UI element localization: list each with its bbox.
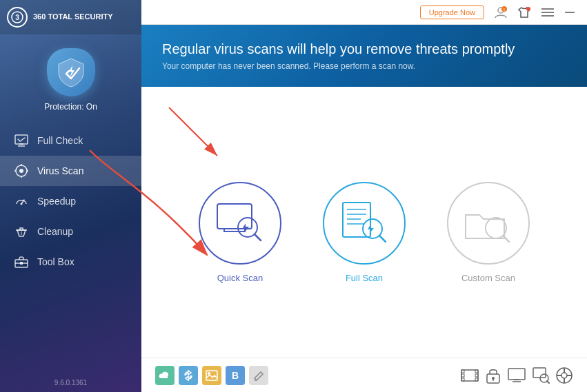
edit-bottom-icon[interactable]	[249, 366, 268, 385]
speedup-icon	[14, 194, 29, 209]
banner-title: Regular virus scans will help you remove…	[162, 41, 566, 57]
computer-icon[interactable]	[507, 367, 526, 384]
full-scan-option[interactable]: Full Scan	[323, 182, 406, 283]
svg-text:3: 3	[15, 14, 19, 21]
bottom-icons-left: B	[155, 366, 268, 385]
sidebar-item-speedup[interactable]: Speedup	[0, 186, 141, 216]
bottom-icons-right	[460, 367, 573, 384]
protection-area: Protection: On	[44, 34, 97, 122]
logo-area: 3 360 TOTAL SECURITY	[0, 0, 141, 34]
sync-bottom-icon[interactable]	[179, 366, 198, 385]
logo-text: 360 TOTAL SECURITY	[33, 12, 113, 21]
svg-rect-56	[508, 369, 525, 380]
bottom-bar: B	[141, 358, 587, 392]
hazard-icon[interactable]	[555, 367, 573, 384]
bold-bottom-icon[interactable]: B	[226, 366, 245, 385]
svg-rect-42	[206, 371, 217, 380]
svg-line-61	[547, 381, 549, 383]
film-icon[interactable]	[460, 367, 479, 384]
logo-circle: 3	[7, 7, 28, 28]
user-icon[interactable]: !	[493, 4, 509, 21]
speedup-label: Speedup	[37, 196, 76, 207]
cleanup-icon	[14, 224, 29, 239]
sidebar-item-virus-scan[interactable]: Virus Scan	[0, 156, 141, 186]
custom-scan-option[interactable]: Custom Scan	[447, 182, 530, 283]
svg-point-10	[19, 169, 23, 173]
shirt-icon[interactable]	[516, 4, 533, 21]
full-check-label: Full Check	[37, 135, 83, 146]
sidebar-item-full-check[interactable]: Full Check	[0, 125, 141, 156]
virus-scan-label: Virus Scan	[37, 165, 83, 176]
full-check-icon	[14, 133, 29, 148]
cleanup-label: Cleanup	[37, 226, 73, 237]
minimize-icon[interactable]	[563, 6, 577, 19]
svg-point-21	[526, 7, 530, 11]
image-bottom-icon[interactable]	[202, 366, 221, 385]
menu-icon[interactable]	[539, 4, 556, 21]
lock-icon[interactable]	[485, 367, 501, 384]
sidebar-item-cleanup[interactable]: Cleanup	[0, 216, 141, 247]
sidebar-item-tool-box[interactable]: Tool Box	[0, 247, 141, 277]
sidebar: 3 360 TOTAL SECURITY Protection: On	[0, 0, 141, 392]
upgrade-button[interactable]: Upgrade Now	[420, 6, 484, 19]
scan-area: Quick Scan	[141, 87, 587, 392]
version-label: 9.6.0.1361	[54, 379, 87, 386]
scan-options: Quick Scan	[199, 182, 530, 283]
svg-line-30	[255, 234, 261, 240]
protection-label: Protection: On	[44, 102, 97, 112]
svg-point-54	[492, 377, 495, 380]
shield-icon	[47, 48, 95, 96]
svg-point-12	[21, 203, 23, 205]
custom-scan-label: Custom Scan	[461, 273, 515, 283]
svg-rect-26	[217, 204, 252, 229]
banner-subtitle: Your computer has never been scanned. Pl…	[162, 61, 566, 71]
svg-rect-2	[15, 135, 28, 144]
svg-line-41	[169, 107, 217, 156]
toolbox-icon	[14, 254, 29, 269]
top-bar: Upgrade Now !	[141, 0, 587, 25]
svg-rect-17	[20, 262, 23, 265]
nav-items: Full Check Virus Scan	[0, 125, 141, 277]
toolbox-label: Tool Box	[37, 256, 74, 267]
main-content: Upgrade Now !	[141, 0, 587, 392]
full-scan-circle	[323, 182, 406, 265]
svg-rect-59	[533, 368, 546, 378]
quick-scan-label: Quick Scan	[217, 273, 263, 283]
svg-point-63	[561, 373, 567, 378]
quick-scan-option[interactable]: Quick Scan	[199, 182, 281, 283]
custom-scan-circle	[447, 182, 530, 265]
banner: Regular virus scans will help you remove…	[141, 25, 587, 87]
cloud-bottom-icon[interactable]	[155, 366, 175, 385]
svg-text:B: B	[232, 370, 239, 381]
full-scan-label: Full Scan	[346, 273, 383, 283]
top-icons: !	[493, 4, 577, 21]
svg-text:!: !	[504, 8, 505, 12]
search-bottom-icon[interactable]	[532, 367, 550, 384]
svg-line-37	[379, 236, 386, 242]
virus-scan-icon	[14, 163, 29, 178]
svg-rect-31	[343, 203, 370, 237]
quick-scan-circle	[199, 182, 281, 265]
